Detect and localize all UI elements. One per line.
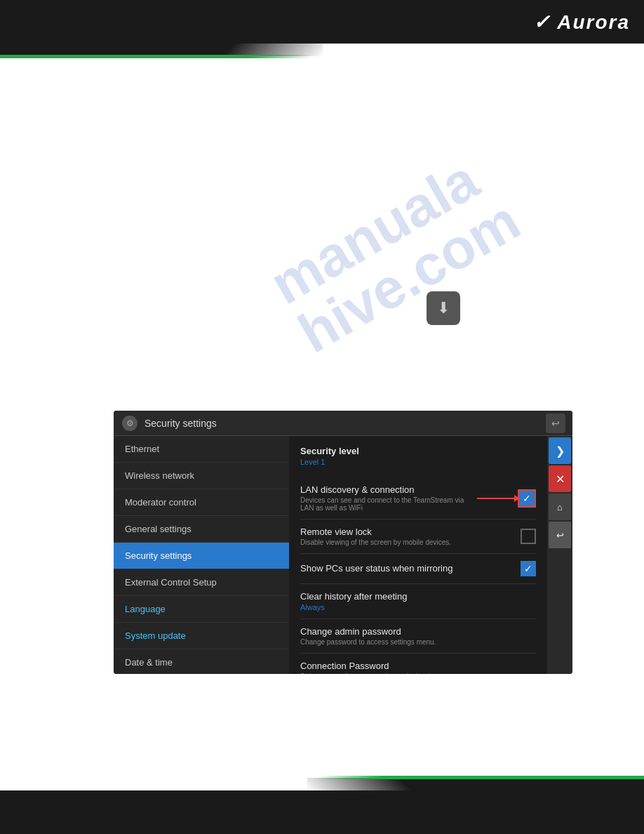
arrow-line xyxy=(477,498,516,499)
panel-title: Security settings xyxy=(145,418,217,429)
arrow-head xyxy=(514,495,520,502)
side-btn-next[interactable]: ❯ xyxy=(549,437,571,464)
setting-connpw-label: Connection Password xyxy=(300,661,536,671)
sidebar-item-moderator[interactable]: Moderator control xyxy=(114,489,289,516)
side-buttons: ❯ ✕ ⌂ ↩ xyxy=(547,436,572,674)
setting-row-remote-view: Remote view lock Disable viewing of the … xyxy=(300,519,536,554)
remote-view-checkbox[interactable] xyxy=(521,529,536,544)
setting-show-pcs-left: Show PCs user status when mirroring xyxy=(300,563,515,575)
setting-connpw-left: Connection Password Select connection pa… xyxy=(300,661,536,674)
bottom-bar-green xyxy=(318,776,644,779)
setting-lan-label: LAN discovery & connection xyxy=(300,484,471,495)
setting-lan-left: LAN discovery & connection Devices can s… xyxy=(300,484,471,512)
side-btn-close[interactable]: ✕ xyxy=(549,465,571,492)
center-download-icon: ⬇ xyxy=(427,291,460,325)
top-bar: ✓ Aurora xyxy=(0,0,644,44)
setting-lan-desc: Devices can see and connect to the TeamS… xyxy=(300,496,471,512)
setting-row-show-pcs: Show PCs user status when mirroring xyxy=(300,554,536,584)
side-btn-home[interactable]: ⌂ xyxy=(549,494,571,520)
setting-remote-label: Remote view lock xyxy=(300,527,515,537)
panel-back-button[interactable]: ↩ xyxy=(546,413,565,433)
settings-panel: ⚙ Security settings ↩ Ethernet Wireless … xyxy=(114,411,572,674)
watermark-line2: hive.com xyxy=(290,192,528,362)
security-level-title: Security level xyxy=(300,446,536,456)
sidebar-item-update[interactable]: System update xyxy=(114,623,289,649)
sidebar-item-ethernet[interactable]: Ethernet xyxy=(114,436,289,463)
setting-remote-desc: Disable viewing of the screen by mobile … xyxy=(300,538,515,546)
top-bar-green xyxy=(0,55,312,58)
setting-admin-desc: Change password to access settings menu. xyxy=(300,638,536,646)
setting-remote-left: Remote view lock Disable viewing of the … xyxy=(300,527,515,546)
watermark-line1: manuala xyxy=(262,143,500,314)
settings-sidebar: Ethernet Wireless network Moderator cont… xyxy=(114,436,289,674)
sidebar-item-language[interactable]: Language xyxy=(114,596,289,623)
setting-row-change-admin: Change admin password Change password to… xyxy=(300,619,536,654)
panel-header-icon: ⚙ xyxy=(122,416,137,431)
setting-connpw-desc: Select connection password security leve… xyxy=(300,673,536,674)
security-level-section: Security level Level 1 xyxy=(300,446,536,466)
setting-row-connection-pw: Connection Password Select connection pa… xyxy=(300,654,536,674)
panel-body: Ethernet Wireless network Moderator cont… xyxy=(114,436,572,674)
bottom-bar-accent xyxy=(307,778,644,790)
sidebar-item-external[interactable]: External Control Setup xyxy=(114,569,289,596)
lan-arrow-annotation: ✓ xyxy=(477,489,536,508)
setting-clear-value: Always xyxy=(300,603,536,611)
aurora-logo: ✓ Aurora xyxy=(533,11,630,34)
setting-admin-left: Change admin password Change password to… xyxy=(300,626,536,646)
logo-check-icon: ✓ xyxy=(533,11,551,33)
sidebar-item-wireless[interactable]: Wireless network xyxy=(114,463,289,489)
show-pcs-checkbox[interactable] xyxy=(521,561,536,576)
lan-checkbox-annotated[interactable]: ✓ xyxy=(518,489,536,508)
setting-admin-label: Change admin password xyxy=(300,626,536,637)
setting-clear-left: Clear history after meeting Always xyxy=(300,591,536,611)
setting-row-clear-history: Clear history after meeting Always xyxy=(300,584,536,619)
sidebar-item-security[interactable]: Security settings xyxy=(114,543,289,569)
watermark: manuala hive.com xyxy=(262,143,528,362)
setting-row-lan-discovery: LAN discovery & connection Devices can s… xyxy=(300,477,536,519)
settings-content: Security level Level 1 LAN discovery & c… xyxy=(289,436,547,674)
bottom-bar xyxy=(0,790,644,834)
sidebar-item-general[interactable]: General settings xyxy=(114,516,289,543)
sidebar-item-datetime[interactable]: Date & time xyxy=(114,649,289,674)
side-btn-return[interactable]: ↩ xyxy=(549,522,571,548)
security-level-value: Level 1 xyxy=(300,458,536,466)
setting-clear-label: Clear history after meeting xyxy=(300,591,536,602)
panel-header: ⚙ Security settings ↩ xyxy=(114,411,572,436)
setting-show-pcs-label: Show PCs user status when mirroring xyxy=(300,563,515,574)
